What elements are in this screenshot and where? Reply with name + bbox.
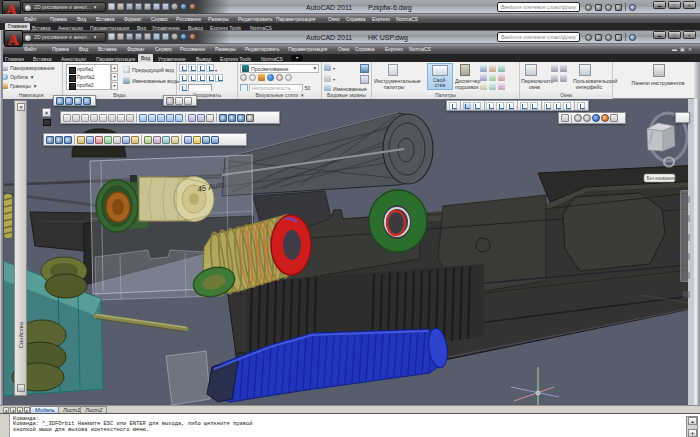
svg-text:Без названия: Без названия [647, 176, 676, 181]
